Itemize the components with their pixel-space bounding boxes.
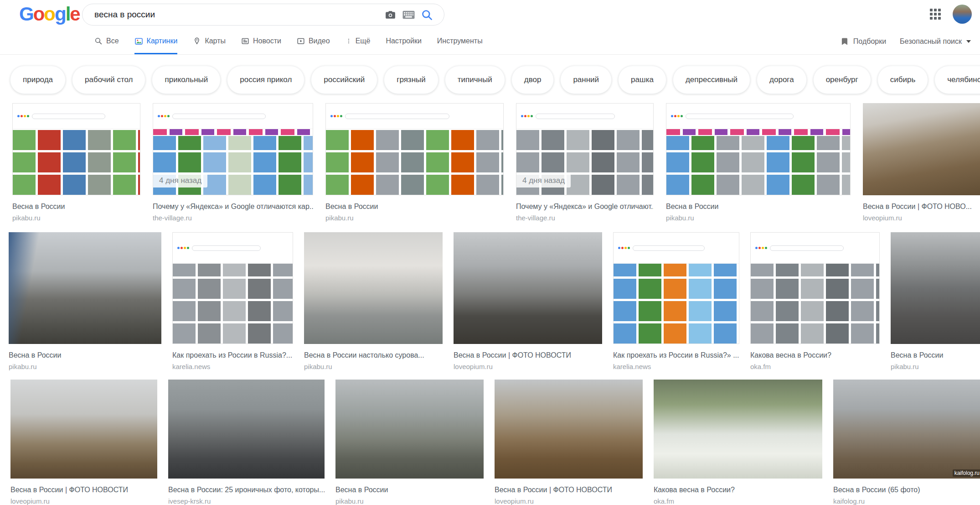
image-result: Весна в Россииpikabu.ru [9, 232, 161, 371]
result-title[interactable]: Весна в России (65 фото) [833, 484, 980, 495]
related-chip[interactable]: двор [511, 66, 554, 94]
tab-видео[interactable]: Видео [297, 28, 330, 54]
result-title[interactable]: Какова весна в России? [654, 484, 822, 495]
apps-grid-icon[interactable] [928, 7, 943, 21]
related-chip[interactable]: челябинск [934, 66, 980, 94]
avatar[interactable] [953, 5, 972, 24]
tab-label: Инструменты [437, 37, 483, 45]
screenshot-topbar [326, 104, 503, 129]
related-chip[interactable]: природа [10, 66, 66, 94]
result-title[interactable]: Весна в России: 25 ироничных фото, котор… [168, 484, 325, 495]
result-thumbnail[interactable] [335, 380, 484, 479]
image-result: Как проехать из России в Russia?...karel… [172, 232, 293, 371]
menu-collections[interactable]: Подборки [841, 37, 886, 46]
result-title[interactable]: Весна в России | ФОТО НОВОСТИ [10, 484, 157, 495]
tab-все[interactable]: Все [94, 28, 119, 54]
related-chip[interactable]: сибирь [877, 66, 928, 94]
search-box[interactable] [82, 4, 444, 26]
result-thumbnail[interactable] [750, 232, 880, 344]
image-result: Весна в Россииpikabu.ru [12, 103, 140, 223]
tab-настройки[interactable]: Настройки [386, 28, 421, 54]
result-thumbnail[interactable]: kaifolog.ru [833, 380, 980, 479]
related-chip[interactable]: российский [311, 66, 377, 94]
related-chip[interactable]: грязный [384, 66, 438, 94]
related-chip[interactable]: оренбург [813, 66, 871, 94]
recency-badge: 4 дня назад [153, 174, 207, 187]
menu-label: Безопасный поиск [900, 37, 962, 46]
image-result: kaifolog.ruВесна в России (65 фото)kaifo… [833, 380, 980, 505]
recency-badge: 4 дня назад [516, 174, 571, 187]
result-title[interactable]: Весна в России [891, 350, 980, 361]
related-chip[interactable]: россия прикол [227, 66, 304, 94]
result-thumbnail[interactable] [613, 232, 739, 344]
screenshot-topbar [153, 104, 313, 129]
related-chip[interactable]: рабочий стол [72, 66, 145, 94]
result-title[interactable]: Весна в России настолько сурова... [304, 350, 443, 361]
result-thumbnail[interactable]: 4 дня назад [153, 103, 313, 195]
result-source: loveopium.ru [454, 362, 602, 371]
image-result: Весна в России | ФОТО НОВОСТИloveopium.r… [454, 232, 602, 371]
result-thumbnail[interactable] [325, 103, 504, 195]
result-thumbnail[interactable] [10, 380, 157, 479]
keyboard-icon[interactable] [399, 5, 418, 24]
related-chip[interactable]: ранний [560, 66, 612, 94]
result-thumbnail[interactable] [172, 232, 293, 344]
result-title[interactable]: Весна в России [9, 350, 161, 361]
result-title[interactable]: Почему у «Яндекса» и Google отличаются к… [153, 201, 313, 212]
result-thumbnail[interactable] [454, 232, 602, 344]
result-thumbnail[interactable] [304, 232, 443, 344]
result-title[interactable]: Весна в России | ФОТО НОВОСТИ [454, 350, 602, 361]
camera-icon[interactable] [381, 5, 399, 24]
result-title[interactable]: Весна в России | ФОТО НОВОСТИ [495, 484, 643, 495]
result-thumbnail[interactable] [168, 380, 325, 479]
result-source: oka.fm [654, 496, 822, 505]
result-title[interactable]: Почему у «Яндекса» и Google отличают... [516, 201, 654, 212]
result-source: pikabu.ru [335, 496, 484, 505]
related-chip[interactable]: типичный [445, 66, 505, 94]
result-title[interactable]: Весна в России | ФОТО НОВО... [863, 201, 980, 212]
screenshot-mosaic [13, 129, 140, 195]
tab-label: Карты [205, 37, 226, 45]
google-logo[interactable]: Google [19, 3, 80, 25]
tab-label: Видео [309, 37, 330, 45]
tab-карты[interactable]: Карты [193, 28, 226, 54]
result-title[interactable]: Весна в России [12, 201, 140, 212]
result-thumbnail[interactable] [891, 232, 980, 344]
tab-картинки[interactable]: Картинки [134, 28, 178, 54]
result-source: loveopium.ru [863, 213, 980, 223]
image-result: Весна в России | ФОТО НОВОСТИloveopium.r… [10, 380, 157, 505]
result-title[interactable]: Какова весна в России? [750, 350, 880, 361]
result-thumbnail[interactable] [654, 380, 822, 479]
search-input[interactable] [94, 10, 381, 20]
tab-инструменты[interactable]: Инструменты [437, 28, 483, 54]
result-title[interactable]: Весна в России [335, 484, 484, 495]
result-title[interactable]: Весна в России [325, 201, 504, 212]
result-title[interactable]: Как проехать из России в Russia?... [172, 350, 293, 361]
result-thumbnail[interactable]: 4 дня назад [516, 103, 654, 195]
video-icon [297, 37, 305, 45]
result-source: pikabu.ru [666, 213, 851, 223]
related-chip[interactable]: дорога [757, 66, 807, 94]
related-chip[interactable]: рашка [618, 66, 666, 94]
search-submit-icon[interactable] [418, 5, 436, 24]
tab-ещё[interactable]: Ещё [346, 28, 371, 54]
tab-label: Ещё [356, 37, 371, 45]
related-chip[interactable]: прикольный [152, 66, 221, 94]
screenshot-topbar [13, 104, 140, 129]
result-title[interactable]: Весна в России [666, 201, 851, 212]
related-chip[interactable]: депрессивный [673, 66, 750, 94]
screenshot-mosaic [173, 264, 293, 344]
result-thumbnail[interactable] [495, 380, 643, 479]
result-source: loveopium.ru [10, 496, 157, 505]
result-thumbnail[interactable] [12, 103, 140, 195]
result-thumbnail[interactable] [9, 232, 161, 344]
header: Google [0, 0, 980, 28]
image-result: Какова весна в России?oka.fm [654, 380, 822, 505]
result-source: pikabu.ru [325, 213, 504, 223]
image-result: Весна в Россииpikabu.ru [891, 232, 980, 371]
result-thumbnail[interactable] [666, 103, 851, 195]
result-thumbnail[interactable] [863, 103, 980, 195]
result-title[interactable]: Как проехать из России в Russia?» ... [613, 350, 739, 361]
menu-safe-search[interactable]: Безопасный поиск [900, 37, 971, 46]
tab-новости[interactable]: Новости [241, 28, 281, 54]
